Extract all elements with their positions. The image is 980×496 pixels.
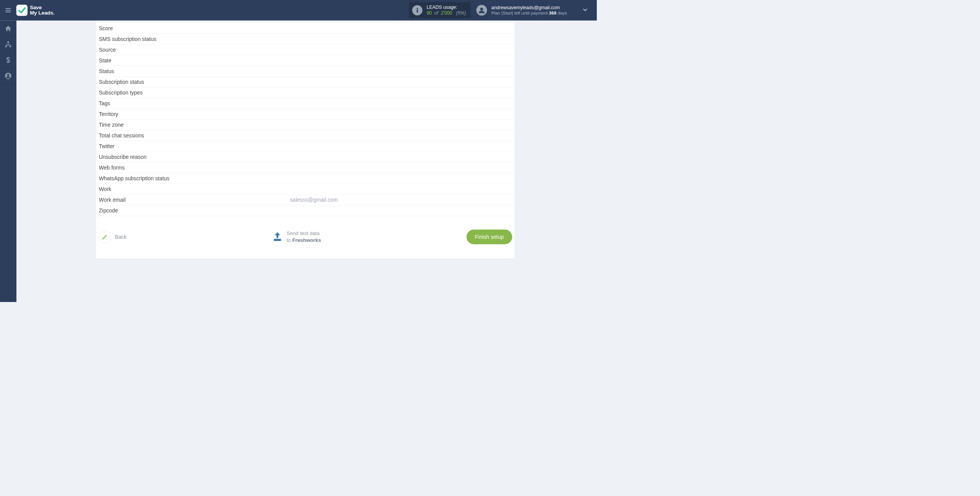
field-row[interactable]: Total chat sessions [96, 130, 514, 141]
field-label: Time zone [99, 122, 290, 128]
field-row[interactable]: Web forms [96, 162, 514, 173]
usage-used: 90 [426, 10, 432, 15]
field-row[interactable]: State [96, 55, 514, 66]
field-row[interactable]: Work emailsalesss@gmail.com [96, 195, 514, 206]
finish-setup-button[interactable]: Finish setup [467, 230, 512, 244]
info-icon [412, 5, 423, 15]
account-text: andrewsavemyleads@gmail.com Plan |Start|… [491, 5, 567, 16]
field-row[interactable]: Subscription status [96, 77, 514, 87]
send-test-data[interactable]: Send test data to Freshworks [272, 230, 321, 244]
send-text: Send test data to Freshworks [287, 230, 321, 244]
plan-prefix: Plan |Start| left until payment [491, 11, 549, 16]
usage-percent: (5%) [456, 10, 466, 15]
svg-point-10 [7, 74, 9, 76]
field-label: State [99, 57, 290, 64]
user-icon [478, 7, 485, 14]
field-value: salesss@gmail.com [290, 197, 512, 203]
chevron-down-icon [582, 7, 588, 13]
field-label: Work email [99, 197, 290, 203]
field-label: Subscription types [99, 90, 290, 96]
plan-days: 369 [549, 11, 556, 16]
field-label: Source [99, 47, 290, 53]
usage-values: 90 of 2'000 (5%) [426, 10, 466, 16]
svg-rect-8 [9, 46, 11, 47]
usage-text: LEADS usage: 90 of 2'000 (5%) [426, 5, 466, 16]
checkmark-icon [18, 6, 26, 14]
logo-line1: Save [30, 5, 55, 10]
sidebar [0, 21, 16, 302]
field-row[interactable]: Unsubscribe reason [96, 152, 514, 162]
sidebar-item-home[interactable] [0, 21, 16, 36]
usage-total: 2'000 [441, 10, 452, 15]
field-row[interactable]: Twitter [96, 141, 514, 152]
field-row[interactable]: Tags [96, 98, 514, 109]
send-line2: to Freshworks [287, 237, 321, 243]
dollar-icon [5, 57, 11, 64]
content-area: ScoreSMS subscription statusSourceStateS… [16, 21, 597, 302]
send-to: to [287, 237, 292, 243]
avatar [476, 5, 487, 16]
field-label: Tags [99, 100, 290, 106]
hamburger-icon [5, 7, 11, 14]
send-destination: Freshworks [292, 237, 321, 243]
svg-point-5 [480, 8, 483, 11]
field-label: Twitter [99, 143, 290, 149]
field-row[interactable]: Subscription types [96, 87, 514, 98]
pencil-icon [102, 234, 108, 240]
field-label: Total chat sessions [99, 132, 290, 139]
app-header: Save My Leads. LEADS usage: 90 of 2'000 … [0, 0, 597, 21]
leads-usage-pill[interactable]: LEADS usage: 90 of 2'000 (5%) [409, 2, 470, 18]
field-label: Web forms [99, 165, 290, 171]
account-email: andrewsavemyleads@gmail.com [491, 5, 567, 10]
svg-rect-6 [7, 41, 9, 43]
svg-point-3 [416, 8, 418, 9]
sidebar-item-profile[interactable] [0, 68, 16, 84]
logo-mark [16, 5, 28, 16]
account-menu-toggle[interactable] [573, 7, 597, 13]
logo-text: Save My Leads. [30, 5, 55, 16]
field-row[interactable]: Territory [96, 109, 514, 119]
field-row[interactable]: Score [96, 23, 514, 34]
field-label: Status [99, 68, 290, 74]
upload-icon [272, 231, 283, 243]
send-line1: Send test data [287, 230, 321, 237]
usage-of: of [434, 10, 438, 15]
field-row[interactable]: Source [96, 44, 514, 55]
app-logo[interactable]: Save My Leads. [16, 5, 55, 16]
sitemap-icon [5, 41, 11, 47]
field-row[interactable]: Time zone [96, 119, 514, 130]
sidebar-item-connections[interactable] [0, 36, 16, 52]
main-area: ScoreSMS subscription statusSourceStateS… [0, 21, 597, 302]
field-row[interactable]: WhatsApp subscription status [96, 173, 514, 184]
home-icon [5, 25, 11, 32]
field-row[interactable]: SMS subscription status [96, 34, 514, 44]
sidebar-item-billing[interactable] [0, 52, 16, 68]
back-label: Back [115, 234, 127, 240]
field-row[interactable]: Work [96, 184, 514, 195]
actions-bar: Back Send test data to Freshworks [96, 216, 514, 245]
field-label: Territory [99, 111, 290, 117]
field-label: Subscription status [99, 79, 290, 85]
setup-card: ScoreSMS subscription statusSourceStateS… [96, 21, 514, 258]
logo-line2: My Leads. [30, 10, 55, 16]
field-label: SMS subscription status [99, 36, 290, 42]
usage-label: LEADS usage: [426, 5, 466, 10]
plan-suffix: days [556, 11, 567, 16]
field-label: Score [99, 25, 290, 31]
account-area[interactable]: andrewsavemyleads@gmail.com Plan |Start|… [476, 5, 567, 16]
back-icon-circle [98, 231, 111, 243]
menu-toggle[interactable] [0, 0, 16, 21]
back-button[interactable]: Back [98, 231, 127, 243]
field-label: WhatsApp subscription status [99, 175, 290, 181]
account-plan: Plan |Start| left until payment 369 days [491, 10, 567, 16]
field-label: Unsubscribe reason [99, 154, 290, 160]
field-label: Work [99, 186, 290, 192]
svg-rect-7 [5, 46, 7, 47]
field-row[interactable]: Zipcode [96, 206, 514, 216]
field-row[interactable]: Status [96, 66, 514, 77]
svg-rect-4 [417, 10, 418, 13]
fields-list: ScoreSMS subscription statusSourceStateS… [96, 21, 514, 216]
svg-rect-11 [274, 239, 281, 241]
user-circle-icon [5, 72, 11, 79]
field-label: Zipcode [99, 207, 290, 214]
